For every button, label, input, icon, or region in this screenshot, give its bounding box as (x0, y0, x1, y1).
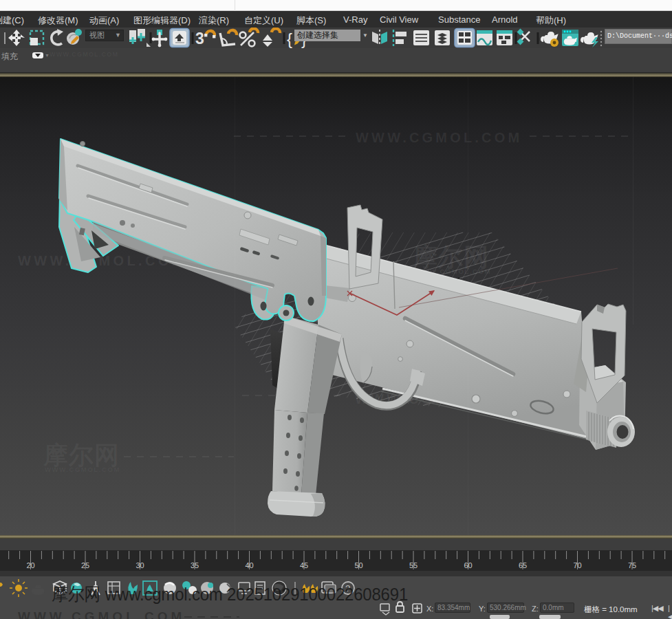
svg-text:65: 65 (519, 561, 527, 569)
svg-text:70: 70 (573, 561, 581, 569)
svg-text:40: 40 (245, 561, 253, 569)
svg-text:35: 35 (191, 561, 199, 569)
svg-text:3: 3 (195, 30, 204, 47)
svg-text:55: 55 (409, 561, 418, 569)
svg-text:75: 75 (628, 561, 636, 569)
svg-text:30: 30 (136, 561, 144, 569)
svg-text:60: 60 (464, 561, 472, 569)
svg-text:25: 25 (81, 561, 89, 569)
svg-text:50: 50 (354, 561, 362, 569)
svg-text:20: 20 (26, 561, 34, 569)
svg-text:{: { (287, 30, 292, 48)
svg-text:45: 45 (300, 561, 308, 569)
